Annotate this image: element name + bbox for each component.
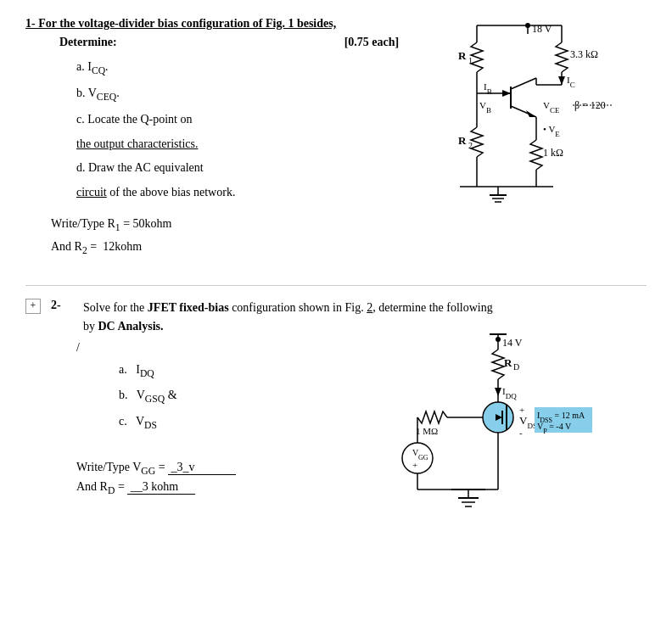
svg-text:18 V: 18 V: [532, 23, 552, 35]
svg-text:R: R: [458, 49, 467, 62]
svg-marker-8: [558, 76, 565, 85]
and-rd-label: And RD =: [76, 480, 127, 493]
svg-text:-: -: [519, 428, 523, 438]
svg-text:VP = -4 V: VP = -4 V: [537, 422, 572, 435]
problem-1-section: 1- For the voltage-divider bias configur…: [25, 17, 647, 260]
problem-2-number: 2-: [51, 299, 76, 312]
problem-2-section: + 2- Solve for the JFET fixed-bias confi…: [25, 299, 647, 496]
each-label: [0.75 each]: [344, 36, 400, 49]
rd-value: __3 kohm: [127, 480, 195, 495]
svg-text:IDQ: IDQ: [502, 386, 517, 400]
svg-text:1 MΩ: 1 MΩ: [416, 426, 438, 436]
svg-text:• VE: • VE: [543, 124, 560, 138]
svg-text:1 kΩ: 1 kΩ: [543, 147, 563, 159]
svg-text:R: R: [504, 356, 512, 369]
r2-value: 12kohm: [100, 237, 168, 257]
svg-text:VCE: VCE: [543, 100, 560, 115]
and-r2-label: And R2 =: [51, 240, 97, 253]
svg-text:IC: IC: [567, 75, 575, 89]
problem-2-text: Solve for the JFET fixed-bias configurat…: [83, 299, 647, 337]
write-type-r1: Write/Type R1 = 50kohm And R2 = 12kohm: [51, 214, 647, 259]
circuit-diagram-1: 18 V 3.3 kΩ IC R 1: [392, 17, 630, 221]
svg-marker-48: [495, 388, 501, 396]
problem-2-header: + 2- Solve for the JFET fixed-bias confi…: [25, 299, 647, 337]
svg-text:14 V: 14 V: [502, 337, 523, 349]
write-vgg-label: Write/Type VGG =: [76, 461, 168, 473]
svg-text:3.3 kΩ: 3.3 kΩ: [570, 48, 598, 60]
svg-marker-15: [502, 90, 511, 97]
svg-text:+: +: [412, 460, 417, 470]
svg-text:VB: VB: [479, 100, 491, 115]
svg-text:GG: GG: [418, 454, 428, 462]
expand-icon[interactable]: +: [25, 299, 41, 314]
circuit-diagram-2: 14 V R D IDQ: [400, 333, 604, 519]
svg-text:1: 1: [468, 56, 473, 65]
svg-text:D: D: [513, 362, 519, 372]
write-type-r1-label: Write/Type R1 = 50kohm: [51, 217, 171, 230]
svg-text:R: R: [458, 134, 467, 147]
vgg-value: _3_v: [168, 461, 236, 475]
section-divider: [25, 285, 647, 286]
svg-line-20: [511, 78, 536, 89]
determine-label: Determine:: [59, 36, 117, 49]
svg-text:2: 2: [468, 141, 473, 150]
